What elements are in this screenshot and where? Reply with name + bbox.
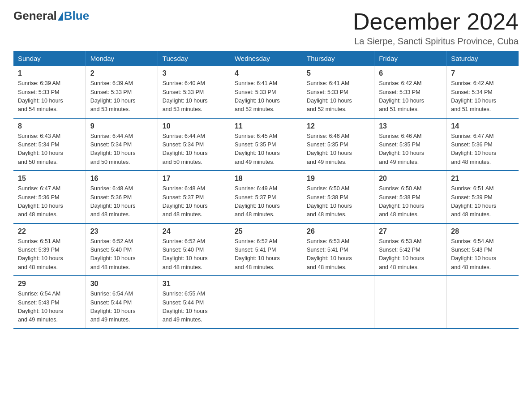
daylight-label: Daylight: 10 hours bbox=[307, 150, 352, 156]
calendar-day-cell: 5 Sunrise: 6:41 AM Sunset: 5:33 PM Dayli… bbox=[302, 66, 374, 118]
calendar-day-cell: 28 Sunrise: 6:54 AM Sunset: 5:43 PM Dayl… bbox=[446, 223, 519, 276]
calendar-week-row: 22 Sunrise: 6:51 AM Sunset: 5:39 PM Dayl… bbox=[13, 223, 519, 276]
sunrise-label: Sunrise: 6:44 AM bbox=[90, 133, 133, 139]
daylight-minutes: and 48 minutes. bbox=[307, 264, 347, 270]
sunrise-label: Sunrise: 6:46 AM bbox=[379, 133, 421, 139]
sunset-label: Sunset: 5:42 PM bbox=[379, 247, 420, 253]
sunrise-label: Sunrise: 6:44 AM bbox=[163, 133, 205, 139]
calendar-day-cell: 18 Sunrise: 6:49 AM Sunset: 5:37 PM Dayl… bbox=[230, 171, 302, 223]
sunrise-label: Sunrise: 6:53 AM bbox=[307, 238, 349, 244]
daylight-label: Daylight: 10 hours bbox=[18, 150, 63, 156]
day-number: 28 bbox=[451, 227, 514, 235]
header-tuesday: Tuesday bbox=[158, 51, 230, 66]
day-number: 11 bbox=[235, 122, 297, 130]
sunset-label: Sunset: 5:33 PM bbox=[90, 89, 132, 95]
sunrise-label: Sunrise: 6:41 AM bbox=[235, 80, 277, 86]
sunrise-label: Sunrise: 6:49 AM bbox=[235, 185, 277, 192]
day-info: Sunrise: 6:44 AM Sunset: 5:34 PM Dayligh… bbox=[163, 132, 225, 167]
sunset-label: Sunset: 5:34 PM bbox=[163, 141, 204, 148]
day-number: 26 bbox=[307, 227, 369, 235]
daylight-minutes: and 48 minutes. bbox=[379, 211, 419, 218]
daylight-label: Daylight: 10 hours bbox=[379, 150, 424, 156]
day-number: 18 bbox=[235, 175, 297, 183]
calendar-day-cell bbox=[446, 276, 519, 329]
sunrise-label: Sunrise: 6:54 AM bbox=[90, 291, 133, 297]
sunset-label: Sunset: 5:34 PM bbox=[451, 89, 492, 95]
header-monday: Monday bbox=[86, 51, 158, 66]
day-info: Sunrise: 6:41 AM Sunset: 5:33 PM Dayligh… bbox=[307, 79, 369, 114]
day-info: Sunrise: 6:48 AM Sunset: 5:36 PM Dayligh… bbox=[90, 184, 153, 219]
sunset-label: Sunset: 5:37 PM bbox=[163, 194, 204, 201]
day-info: Sunrise: 6:50 AM Sunset: 5:38 PM Dayligh… bbox=[379, 184, 442, 219]
daylight-label: Daylight: 10 hours bbox=[235, 150, 280, 156]
logo-triangle-icon bbox=[58, 12, 63, 21]
day-number: 30 bbox=[90, 280, 153, 288]
day-number: 20 bbox=[379, 175, 442, 183]
day-number: 25 bbox=[235, 227, 297, 235]
day-info: Sunrise: 6:39 AM Sunset: 5:33 PM Dayligh… bbox=[18, 79, 81, 114]
calendar-day-cell: 3 Sunrise: 6:40 AM Sunset: 5:33 PM Dayli… bbox=[158, 66, 230, 118]
calendar-day-cell: 9 Sunrise: 6:44 AM Sunset: 5:34 PM Dayli… bbox=[86, 118, 158, 171]
header-saturday: Saturday bbox=[446, 51, 519, 66]
calendar-day-cell bbox=[230, 276, 302, 329]
daylight-minutes: and 52 minutes. bbox=[307, 106, 347, 112]
day-info: Sunrise: 6:47 AM Sunset: 5:36 PM Dayligh… bbox=[18, 184, 81, 219]
daylight-label: Daylight: 10 hours bbox=[163, 255, 208, 261]
day-number: 21 bbox=[451, 175, 514, 183]
calendar-day-cell: 15 Sunrise: 6:47 AM Sunset: 5:36 PM Dayl… bbox=[13, 171, 86, 223]
daylight-label: Daylight: 10 hours bbox=[307, 203, 352, 209]
calendar-day-cell: 7 Sunrise: 6:42 AM Sunset: 5:34 PM Dayli… bbox=[446, 66, 519, 118]
sunset-label: Sunset: 5:34 PM bbox=[18, 141, 59, 148]
sunrise-label: Sunrise: 6:51 AM bbox=[18, 238, 60, 244]
sunset-label: Sunset: 5:35 PM bbox=[307, 141, 348, 148]
calendar-day-cell: 6 Sunrise: 6:42 AM Sunset: 5:33 PM Dayli… bbox=[374, 66, 446, 118]
daylight-label: Daylight: 10 hours bbox=[90, 308, 136, 314]
sunset-label: Sunset: 5:39 PM bbox=[18, 247, 59, 253]
day-info: Sunrise: 6:44 AM Sunset: 5:34 PM Dayligh… bbox=[90, 132, 153, 167]
title-block: December 2024 La Sierpe, Sancti Spiritus… bbox=[353, 9, 519, 47]
day-number: 1 bbox=[18, 69, 81, 77]
calendar-week-row: 29 Sunrise: 6:54 AM Sunset: 5:43 PM Dayl… bbox=[13, 276, 519, 329]
daylight-label: Daylight: 10 hours bbox=[379, 203, 424, 209]
day-number: 27 bbox=[379, 227, 442, 235]
day-number: 22 bbox=[18, 227, 81, 235]
daylight-minutes: and 48 minutes. bbox=[90, 264, 130, 270]
daylight-label: Daylight: 10 hours bbox=[18, 203, 63, 209]
day-info: Sunrise: 6:54 AM Sunset: 5:43 PM Dayligh… bbox=[451, 237, 514, 272]
sunrise-label: Sunrise: 6:39 AM bbox=[18, 80, 60, 86]
calendar-table: Sunday Monday Tuesday Wednesday Thursday… bbox=[13, 51, 519, 329]
sunset-label: Sunset: 5:40 PM bbox=[90, 247, 132, 253]
calendar-day-cell: 29 Sunrise: 6:54 AM Sunset: 5:43 PM Dayl… bbox=[13, 276, 86, 329]
sunrise-label: Sunrise: 6:53 AM bbox=[379, 238, 421, 244]
sunrise-label: Sunrise: 6:55 AM bbox=[163, 291, 205, 297]
day-number: 4 bbox=[235, 69, 297, 77]
sunset-label: Sunset: 5:36 PM bbox=[90, 194, 132, 201]
sunrise-label: Sunrise: 6:51 AM bbox=[451, 185, 493, 192]
sunset-label: Sunset: 5:33 PM bbox=[379, 89, 420, 95]
day-info: Sunrise: 6:53 AM Sunset: 5:41 PM Dayligh… bbox=[307, 237, 369, 272]
calendar-day-cell: 16 Sunrise: 6:48 AM Sunset: 5:36 PM Dayl… bbox=[86, 171, 158, 223]
sunset-label: Sunset: 5:34 PM bbox=[90, 141, 132, 148]
sunset-label: Sunset: 5:44 PM bbox=[163, 300, 204, 306]
daylight-label: Daylight: 10 hours bbox=[90, 150, 136, 156]
header-friday: Friday bbox=[374, 51, 446, 66]
day-number: 12 bbox=[307, 122, 369, 130]
day-info: Sunrise: 6:53 AM Sunset: 5:42 PM Dayligh… bbox=[379, 237, 442, 272]
sunset-label: Sunset: 5:33 PM bbox=[235, 89, 276, 95]
day-number: 31 bbox=[163, 280, 225, 288]
day-number: 5 bbox=[307, 69, 369, 77]
day-number: 29 bbox=[18, 280, 81, 288]
calendar-day-cell: 17 Sunrise: 6:48 AM Sunset: 5:37 PM Dayl… bbox=[158, 171, 230, 223]
sunrise-label: Sunrise: 6:46 AM bbox=[307, 133, 349, 139]
daylight-label: Daylight: 10 hours bbox=[451, 255, 496, 261]
calendar-day-cell: 21 Sunrise: 6:51 AM Sunset: 5:39 PM Dayl… bbox=[446, 171, 519, 223]
sunset-label: Sunset: 5:35 PM bbox=[379, 141, 420, 148]
day-info: Sunrise: 6:39 AM Sunset: 5:33 PM Dayligh… bbox=[90, 79, 153, 114]
daylight-label: Daylight: 10 hours bbox=[163, 150, 208, 156]
day-number: 10 bbox=[163, 122, 225, 130]
daylight-label: Daylight: 10 hours bbox=[90, 203, 136, 209]
day-info: Sunrise: 6:40 AM Sunset: 5:33 PM Dayligh… bbox=[163, 79, 225, 114]
daylight-label: Daylight: 10 hours bbox=[235, 255, 280, 261]
daylight-label: Daylight: 10 hours bbox=[18, 98, 63, 104]
daylight-label: Daylight: 10 hours bbox=[451, 98, 496, 104]
